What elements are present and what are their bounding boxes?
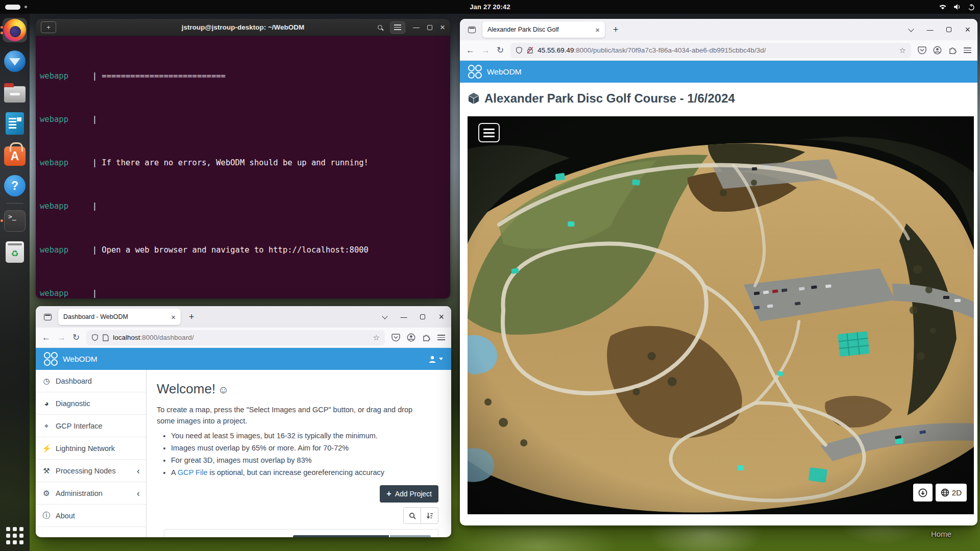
volume-icon bbox=[953, 4, 961, 10]
shield-icon[interactable] bbox=[516, 46, 523, 54]
url-bar[interactable]: 45.55.69.49:8000/public/task/70f9a7c3-f8… bbox=[510, 43, 911, 58]
terminal-output[interactable]: webapp | ========================== weba… bbox=[36, 36, 450, 298]
add-project-button[interactable]: +Add Project bbox=[380, 485, 438, 503]
firefox-view-icon[interactable] bbox=[41, 310, 54, 323]
show-applications-button[interactable] bbox=[3, 523, 27, 548]
welcome-title: Welcome!☺ bbox=[157, 381, 444, 397]
home-desktop-icon-label[interactable]: Home bbox=[931, 530, 951, 538]
bookmark-star-icon[interactable]: ☆ bbox=[373, 333, 380, 342]
url-bar[interactable]: localhost:8000/dashboard/ ☆ bbox=[86, 330, 385, 345]
tab-disc-golf[interactable]: Alexander Park Disc Golf × bbox=[482, 21, 605, 38]
dock-item-software[interactable] bbox=[3, 142, 27, 167]
chevron-left-icon: ‹ bbox=[137, 489, 140, 498]
wifi-icon bbox=[939, 4, 947, 11]
pocket-icon[interactable] bbox=[391, 333, 400, 342]
webodm-brand[interactable]: WebODM bbox=[487, 67, 522, 77]
gcp-file-link[interactable]: GCP File bbox=[178, 468, 208, 477]
menu-button[interactable] bbox=[390, 21, 405, 34]
close-button[interactable]: × bbox=[440, 23, 445, 32]
firefox-view-icon[interactable] bbox=[465, 23, 478, 36]
close-button[interactable]: × bbox=[965, 25, 970, 34]
new-tab-button[interactable]: + bbox=[609, 25, 623, 34]
dock-item-firefox[interactable] bbox=[3, 18, 27, 42]
maximize-button[interactable] bbox=[420, 314, 425, 319]
tab-close-icon[interactable]: × bbox=[171, 313, 176, 321]
dock-separator bbox=[6, 203, 23, 204]
dock-item-thunderbird[interactable] bbox=[3, 49, 27, 73]
forward-button[interactable]: → bbox=[481, 46, 490, 55]
url-text[interactable]: 45.55.69.49:8000/public/task/70f9a7c3-f8… bbox=[537, 46, 895, 54]
new-tab-button[interactable]: + bbox=[41, 21, 56, 33]
sidebar-item-label: Administration bbox=[56, 489, 103, 497]
sidebar-item[interactable]: ⓘ About bbox=[36, 505, 146, 527]
reload-button[interactable]: ↻ bbox=[497, 46, 504, 55]
maximize-button[interactable] bbox=[427, 25, 432, 30]
extensions-icon[interactable] bbox=[948, 46, 957, 55]
download-circle-icon bbox=[918, 488, 927, 497]
dock-item-help[interactable] bbox=[3, 173, 27, 198]
sidebar-item[interactable]: ⌖ GCP Interface bbox=[36, 415, 146, 437]
close-button[interactable]: × bbox=[438, 312, 444, 321]
sort-projects-button[interactable] bbox=[421, 507, 438, 524]
firefox-icon bbox=[4, 19, 26, 41]
dock-item-trash[interactable] bbox=[3, 240, 27, 264]
maximize-button[interactable] bbox=[946, 27, 951, 32]
sidebar-item[interactable]: ◕ Diagnostic bbox=[36, 392, 146, 415]
list-tabs-chevron-icon[interactable] bbox=[383, 316, 387, 318]
back-button[interactable]: ← bbox=[466, 46, 475, 55]
webodm-logo-icon bbox=[44, 352, 58, 366]
dock-item-writer[interactable] bbox=[3, 111, 27, 136]
intro-text: To create a map, press the "Select Image… bbox=[157, 404, 425, 427]
terminal-window: + jstroup@jstroup-desktop: ~/WebODM — × … bbox=[36, 19, 450, 298]
point-cloud-viewer[interactable]: 2D bbox=[468, 116, 974, 514]
url-text[interactable]: localhost:8000/dashboard/ bbox=[113, 334, 369, 341]
sidebar-item[interactable]: ⚙ Administration ‹ bbox=[36, 482, 146, 505]
new-tab-button[interactable]: + bbox=[185, 312, 199, 321]
terminal-titlebar[interactable]: + jstroup@jstroup-desktop: ~/WebODM — × bbox=[36, 19, 450, 36]
download-button[interactable] bbox=[913, 484, 933, 502]
switch-2d-button[interactable]: 2D bbox=[936, 484, 967, 502]
power-icon bbox=[968, 4, 975, 11]
sidebar-item[interactable]: ⚡ Lightning Network bbox=[36, 437, 146, 460]
browser-window-3d: Alexander Park Disc Golf × + — × ← → ↻ 4… bbox=[460, 19, 977, 525]
workspace-dot[interactable] bbox=[24, 6, 27, 8]
user-menu[interactable] bbox=[428, 355, 443, 363]
sidebar-item-label: Diagnostic bbox=[56, 399, 90, 408]
tab-close-icon[interactable]: × bbox=[595, 26, 600, 34]
sidebar-item-label: Dashboard bbox=[56, 377, 92, 385]
sidebar-item-icon: ⚙ bbox=[42, 489, 51, 498]
system-status-area[interactable] bbox=[939, 0, 975, 14]
extensions-icon[interactable] bbox=[422, 333, 431, 342]
account-icon[interactable] bbox=[933, 46, 942, 55]
search-projects-button[interactable] bbox=[403, 507, 421, 524]
terminal-line: webapp | bbox=[40, 201, 446, 212]
select-images-button[interactable]: Select Images and GCP bbox=[293, 535, 389, 537]
minimize-button[interactable]: — bbox=[413, 23, 420, 31]
forward-button[interactable]: → bbox=[57, 333, 66, 342]
bookmark-star-icon[interactable]: ☆ bbox=[899, 46, 906, 55]
search-button[interactable] bbox=[378, 25, 382, 30]
list-tabs-chevron-icon[interactable] bbox=[909, 29, 913, 31]
menu-icon[interactable] bbox=[964, 47, 971, 53]
sidebar-item[interactable]: ⚒ Processing Nodes ‹ bbox=[36, 460, 146, 482]
dock-item-files[interactable] bbox=[3, 80, 27, 105]
viewer-menu-button[interactable] bbox=[478, 123, 500, 142]
workspace-indicator[interactable] bbox=[5, 5, 20, 10]
insecure-lock-icon[interactable] bbox=[527, 46, 533, 54]
minimize-button[interactable]: — bbox=[926, 26, 933, 34]
sidebar-item[interactable]: ◷ Dashboard bbox=[36, 370, 146, 392]
page-info-icon[interactable] bbox=[103, 334, 109, 341]
menu-icon[interactable] bbox=[437, 335, 445, 340]
reload-button[interactable]: ↻ bbox=[72, 333, 80, 342]
caret-down-icon bbox=[439, 358, 443, 360]
tab-dashboard[interactable]: Dashboard - WebODM × bbox=[58, 309, 181, 325]
minimize-button[interactable]: — bbox=[400, 313, 407, 321]
account-icon[interactable] bbox=[407, 333, 415, 342]
back-button[interactable]: ← bbox=[42, 333, 51, 342]
pocket-icon[interactable] bbox=[918, 46, 926, 55]
webodm-brand[interactable]: WebODM bbox=[63, 355, 97, 364]
shield-icon[interactable] bbox=[91, 334, 99, 341]
dock-item-terminal[interactable] bbox=[3, 209, 27, 233]
clock[interactable]: Jan 27 20:42 bbox=[470, 0, 510, 14]
import-button[interactable]: Import bbox=[390, 535, 431, 537]
